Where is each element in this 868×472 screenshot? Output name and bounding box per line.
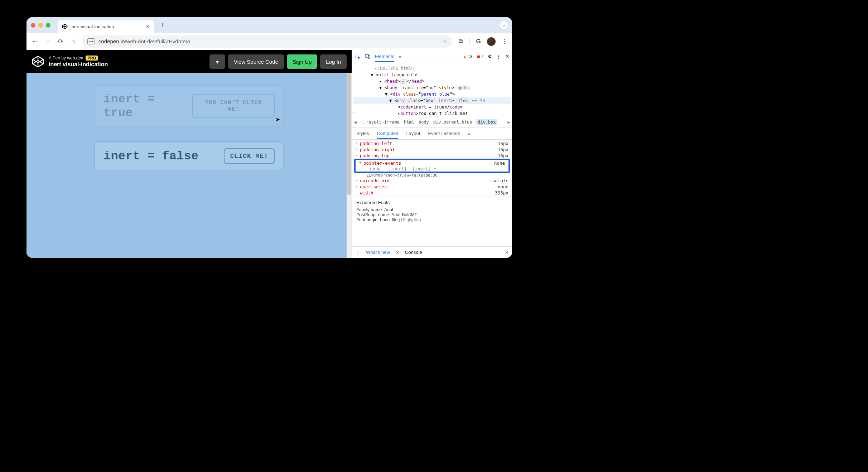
devtools-panel: Elements » ▲13 ◼7 ⚙ ⋮ ✕ <!DOCTYPE html> … bbox=[352, 50, 512, 258]
browser-toolbar: ← → ⟳ ⌂ ⊶ codepen.io/web-dot-dev/full/ZE… bbox=[26, 33, 512, 50]
subtab-computed[interactable]: Computed bbox=[377, 131, 398, 139]
pro-badge: PRO bbox=[86, 56, 98, 61]
subtab-layout[interactable]: Layout bbox=[406, 131, 420, 136]
extensions-icon[interactable]: ⧉ bbox=[457, 38, 464, 45]
device-icon[interactable] bbox=[365, 54, 371, 59]
heart-button[interactable]: ♥ bbox=[209, 54, 225, 69]
google-icon[interactable]: G bbox=[475, 38, 482, 45]
reload-icon[interactable]: ⟳ bbox=[57, 38, 64, 45]
settings-icon[interactable]: ⚙ bbox=[488, 54, 492, 59]
login-button[interactable]: Log In bbox=[320, 54, 347, 69]
close-drawer-icon[interactable]: ✕ bbox=[505, 250, 508, 255]
back-icon[interactable]: ← bbox=[31, 38, 39, 45]
dom-breadcrumb[interactable]: ◀ :.result-iframe html body div.parent.b… bbox=[352, 117, 512, 127]
new-tab-button[interactable]: + bbox=[158, 21, 168, 29]
browser-window: inert visual-indication ✕ + ⌄ ← → ⟳ ⌂ ⊶ … bbox=[26, 17, 512, 258]
divider bbox=[469, 38, 470, 45]
rendered-fonts: Rendered Fonts Family name: Arial PostSc… bbox=[352, 197, 512, 225]
heart-icon: ♥ bbox=[216, 59, 219, 65]
devtools-menu-icon[interactable]: ⋮ bbox=[496, 54, 501, 59]
rendered-fonts-title: Rendered Fonts bbox=[356, 200, 508, 205]
page-scrollbar[interactable] bbox=[347, 73, 352, 258]
inert-false-box: inert = false Click me! bbox=[94, 141, 284, 171]
maximize-window-icon[interactable] bbox=[46, 23, 50, 28]
tab-strip: inert visual-indication ✕ + ⌄ bbox=[26, 17, 512, 33]
click-me-button[interactable]: Click me! bbox=[224, 148, 275, 164]
close-whatsnew-icon[interactable]: ✕ bbox=[396, 250, 399, 255]
codepen-logo-icon[interactable] bbox=[32, 55, 44, 68]
tab-close-icon[interactable]: ✕ bbox=[146, 24, 150, 29]
forward-icon[interactable]: → bbox=[44, 38, 52, 45]
codepen-header: A Pen by web.dev PRO inert visual-indica… bbox=[26, 50, 352, 73]
dom-tree[interactable]: <!DOCTYPE html> ▼ <html lang="en"> ▸ <he… bbox=[352, 63, 512, 117]
subtab-event[interactable]: Event Listeners bbox=[428, 131, 460, 136]
devtools-close-icon[interactable]: ✕ bbox=[505, 54, 509, 59]
inert-false-code: inert = false bbox=[103, 149, 215, 163]
pen-title: inert visual-indication bbox=[49, 61, 108, 68]
drawer-menu-icon[interactable]: ⋮ bbox=[356, 250, 360, 255]
bookmark-icon[interactable]: ☆ bbox=[443, 38, 447, 45]
pointer-events-highlight: ▼pointer-eventsnone none[inert], [inert]… bbox=[354, 159, 510, 173]
drawer-whatsnew[interactable]: What's new bbox=[366, 250, 390, 255]
tab-elements[interactable]: Elements bbox=[375, 54, 394, 62]
close-window-icon[interactable] bbox=[31, 23, 35, 28]
tab-title: inert visual-indication bbox=[71, 24, 143, 29]
view-source-button[interactable]: View Source Code bbox=[228, 54, 284, 69]
tabs-dropdown-icon[interactable]: ⌄ bbox=[500, 21, 508, 29]
inert-true-box: inert = true You can't click me! bbox=[94, 85, 284, 127]
devtools-toolbar: Elements » ▲13 ◼7 ⚙ ⋮ ✕ bbox=[352, 50, 512, 63]
minimize-window-icon[interactable] bbox=[38, 23, 43, 28]
pen-author[interactable]: web.dev bbox=[67, 56, 83, 61]
browser-tab[interactable]: inert visual-indication ✕ bbox=[58, 20, 154, 33]
more-subtabs-icon[interactable]: » bbox=[468, 131, 471, 136]
window-controls bbox=[31, 23, 50, 28]
inert-true-code: inert = true bbox=[103, 92, 184, 120]
more-tabs-icon[interactable]: » bbox=[399, 54, 401, 59]
styles-subtabs: Styles Computed Layout Event Listeners » bbox=[352, 127, 512, 140]
home-icon[interactable]: ⌂ bbox=[69, 38, 77, 45]
url-bar[interactable]: ⊶ codepen.io/web-dot-dev/full/ZEvdmmo ☆ bbox=[82, 35, 452, 48]
menu-icon[interactable]: ⋮ bbox=[501, 38, 508, 45]
drawer-console[interactable]: Console bbox=[405, 250, 422, 255]
error-badge[interactable]: ◼7 bbox=[477, 54, 483, 59]
cursor-icon: ➤ bbox=[275, 116, 280, 123]
computed-styles[interactable]: ▸padding-left16px ▸padding-right16px ▸pa… bbox=[352, 140, 512, 197]
cant-click-button: You can't click me! bbox=[192, 94, 275, 118]
warning-badge[interactable]: ▲13 bbox=[463, 54, 472, 59]
site-info-icon[interactable]: ⊶ bbox=[87, 38, 95, 44]
page-content: A Pen by web.dev PRO inert visual-indica… bbox=[26, 50, 352, 258]
signup-button[interactable]: Sign Up bbox=[287, 54, 317, 69]
devtools-drawer: ⋮ What's new✕ Console ✕ bbox=[352, 246, 512, 258]
profile-avatar[interactable] bbox=[487, 37, 496, 46]
url-host: codepen.io bbox=[98, 38, 125, 44]
demo-frame: inert = true You can't click me! inert =… bbox=[26, 73, 352, 258]
codepen-favicon bbox=[62, 24, 68, 29]
inspect-icon[interactable] bbox=[355, 54, 361, 59]
url-path: /web-dot-dev/full/ZEvdmmo bbox=[125, 38, 190, 44]
pen-meta: A Pen by web.dev PRO inert visual-indica… bbox=[49, 56, 108, 68]
subtab-styles[interactable]: Styles bbox=[356, 131, 369, 136]
